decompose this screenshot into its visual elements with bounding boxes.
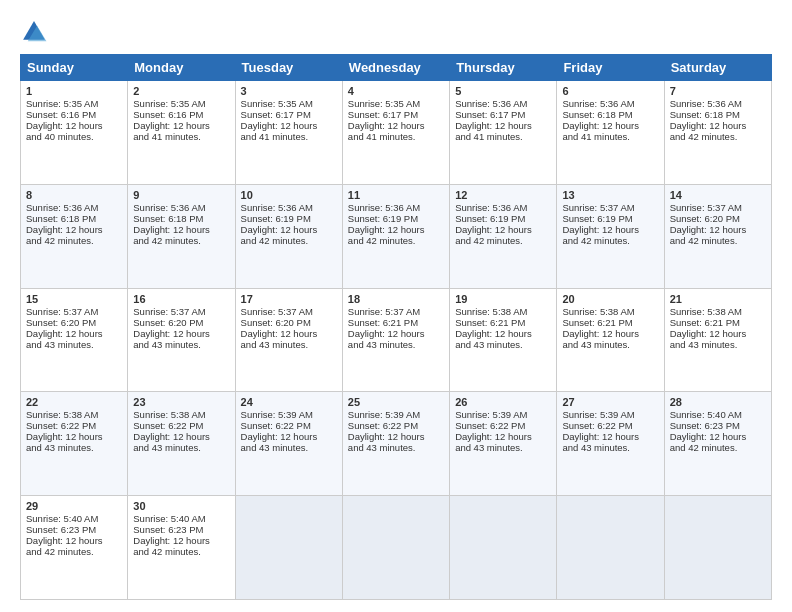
day-number: 27 bbox=[562, 396, 658, 408]
table-row: 9Sunrise: 5:36 AMSunset: 6:18 PMDaylight… bbox=[128, 184, 235, 288]
table-row: 13Sunrise: 5:37 AMSunset: 6:19 PMDayligh… bbox=[557, 184, 664, 288]
table-row: 8Sunrise: 5:36 AMSunset: 6:18 PMDaylight… bbox=[21, 184, 128, 288]
day-number: 13 bbox=[562, 189, 658, 201]
day-number: 12 bbox=[455, 189, 551, 201]
table-row: 12Sunrise: 5:36 AMSunset: 6:19 PMDayligh… bbox=[450, 184, 557, 288]
day-number: 17 bbox=[241, 293, 337, 305]
table-row: 4Sunrise: 5:35 AMSunset: 6:17 PMDaylight… bbox=[342, 81, 449, 185]
table-row: 5Sunrise: 5:36 AMSunset: 6:17 PMDaylight… bbox=[450, 81, 557, 185]
table-row: 18Sunrise: 5:37 AMSunset: 6:21 PMDayligh… bbox=[342, 288, 449, 392]
day-number: 1 bbox=[26, 85, 122, 97]
col-thursday: Thursday bbox=[450, 55, 557, 81]
col-friday: Friday bbox=[557, 55, 664, 81]
table-row bbox=[235, 496, 342, 600]
day-number: 25 bbox=[348, 396, 444, 408]
day-number: 20 bbox=[562, 293, 658, 305]
table-row: 3Sunrise: 5:35 AMSunset: 6:17 PMDaylight… bbox=[235, 81, 342, 185]
day-number: 28 bbox=[670, 396, 766, 408]
table-row bbox=[557, 496, 664, 600]
day-number: 19 bbox=[455, 293, 551, 305]
day-number: 9 bbox=[133, 189, 229, 201]
day-number: 4 bbox=[348, 85, 444, 97]
table-row: 17Sunrise: 5:37 AMSunset: 6:20 PMDayligh… bbox=[235, 288, 342, 392]
table-row bbox=[450, 496, 557, 600]
page: Sunday Monday Tuesday Wednesday Thursday… bbox=[0, 0, 792, 612]
calendar-row: 29Sunrise: 5:40 AMSunset: 6:23 PMDayligh… bbox=[21, 496, 772, 600]
day-number: 22 bbox=[26, 396, 122, 408]
day-number: 24 bbox=[241, 396, 337, 408]
day-number: 2 bbox=[133, 85, 229, 97]
col-sunday: Sunday bbox=[21, 55, 128, 81]
table-row: 27Sunrise: 5:39 AMSunset: 6:22 PMDayligh… bbox=[557, 392, 664, 496]
header bbox=[20, 18, 772, 46]
table-row: 29Sunrise: 5:40 AMSunset: 6:23 PMDayligh… bbox=[21, 496, 128, 600]
table-row bbox=[664, 496, 771, 600]
logo bbox=[20, 18, 52, 46]
day-number: 29 bbox=[26, 500, 122, 512]
table-row: 20Sunrise: 5:38 AMSunset: 6:21 PMDayligh… bbox=[557, 288, 664, 392]
table-row: 14Sunrise: 5:37 AMSunset: 6:20 PMDayligh… bbox=[664, 184, 771, 288]
day-number: 16 bbox=[133, 293, 229, 305]
calendar-row: 1Sunrise: 5:35 AMSunset: 6:16 PMDaylight… bbox=[21, 81, 772, 185]
table-row: 16Sunrise: 5:37 AMSunset: 6:20 PMDayligh… bbox=[128, 288, 235, 392]
table-row: 25Sunrise: 5:39 AMSunset: 6:22 PMDayligh… bbox=[342, 392, 449, 496]
table-row: 26Sunrise: 5:39 AMSunset: 6:22 PMDayligh… bbox=[450, 392, 557, 496]
day-number: 26 bbox=[455, 396, 551, 408]
col-saturday: Saturday bbox=[664, 55, 771, 81]
day-number: 30 bbox=[133, 500, 229, 512]
table-row: 19Sunrise: 5:38 AMSunset: 6:21 PMDayligh… bbox=[450, 288, 557, 392]
day-number: 23 bbox=[133, 396, 229, 408]
col-wednesday: Wednesday bbox=[342, 55, 449, 81]
table-row: 24Sunrise: 5:39 AMSunset: 6:22 PMDayligh… bbox=[235, 392, 342, 496]
day-number: 18 bbox=[348, 293, 444, 305]
table-row: 22Sunrise: 5:38 AMSunset: 6:22 PMDayligh… bbox=[21, 392, 128, 496]
table-row: 7Sunrise: 5:36 AMSunset: 6:18 PMDaylight… bbox=[664, 81, 771, 185]
table-row: 23Sunrise: 5:38 AMSunset: 6:22 PMDayligh… bbox=[128, 392, 235, 496]
logo-icon bbox=[20, 18, 48, 46]
table-row bbox=[342, 496, 449, 600]
day-number: 15 bbox=[26, 293, 122, 305]
table-row: 6Sunrise: 5:36 AMSunset: 6:18 PMDaylight… bbox=[557, 81, 664, 185]
day-number: 14 bbox=[670, 189, 766, 201]
day-number: 6 bbox=[562, 85, 658, 97]
table-row: 10Sunrise: 5:36 AMSunset: 6:19 PMDayligh… bbox=[235, 184, 342, 288]
table-row: 30Sunrise: 5:40 AMSunset: 6:23 PMDayligh… bbox=[128, 496, 235, 600]
calendar-row: 15Sunrise: 5:37 AMSunset: 6:20 PMDayligh… bbox=[21, 288, 772, 392]
col-monday: Monday bbox=[128, 55, 235, 81]
day-number: 3 bbox=[241, 85, 337, 97]
day-number: 8 bbox=[26, 189, 122, 201]
calendar-row: 22Sunrise: 5:38 AMSunset: 6:22 PMDayligh… bbox=[21, 392, 772, 496]
table-row: 2Sunrise: 5:35 AMSunset: 6:16 PMDaylight… bbox=[128, 81, 235, 185]
table-row: 1Sunrise: 5:35 AMSunset: 6:16 PMDaylight… bbox=[21, 81, 128, 185]
day-number: 5 bbox=[455, 85, 551, 97]
table-row: 21Sunrise: 5:38 AMSunset: 6:21 PMDayligh… bbox=[664, 288, 771, 392]
table-row: 28Sunrise: 5:40 AMSunset: 6:23 PMDayligh… bbox=[664, 392, 771, 496]
day-number: 10 bbox=[241, 189, 337, 201]
table-row: 15Sunrise: 5:37 AMSunset: 6:20 PMDayligh… bbox=[21, 288, 128, 392]
calendar-table: Sunday Monday Tuesday Wednesday Thursday… bbox=[20, 54, 772, 600]
day-number: 21 bbox=[670, 293, 766, 305]
day-number: 7 bbox=[670, 85, 766, 97]
header-row: Sunday Monday Tuesday Wednesday Thursday… bbox=[21, 55, 772, 81]
table-row: 11Sunrise: 5:36 AMSunset: 6:19 PMDayligh… bbox=[342, 184, 449, 288]
col-tuesday: Tuesday bbox=[235, 55, 342, 81]
calendar-row: 8Sunrise: 5:36 AMSunset: 6:18 PMDaylight… bbox=[21, 184, 772, 288]
day-number: 11 bbox=[348, 189, 444, 201]
